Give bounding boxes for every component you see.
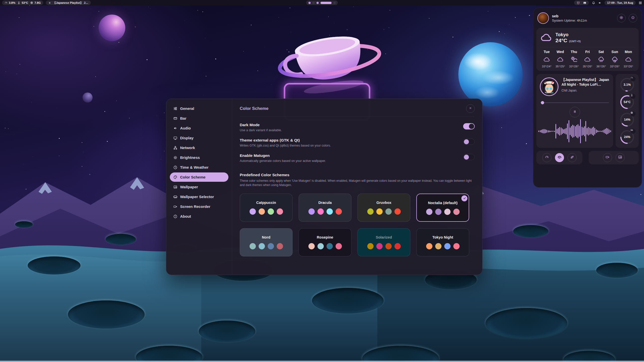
sidebar-item-general[interactable]: General xyxy=(170,104,228,113)
star xyxy=(453,37,453,37)
progress-knob[interactable] xyxy=(541,101,544,104)
star xyxy=(206,76,206,76)
clock-pill[interactable]: 17:09 - Tue, 19 Aug xyxy=(605,1,636,5)
star xyxy=(20,64,20,65)
color-swatch xyxy=(367,243,374,249)
color-swatch xyxy=(376,243,383,249)
scheme-card-rosepine[interactable]: Rosepine xyxy=(299,228,351,256)
close-icon xyxy=(469,106,472,111)
powersave-profile-button[interactable] xyxy=(568,153,577,162)
sidebar-item-wallpaper[interactable]: Wallpaper xyxy=(170,182,228,192)
sidebar-item-wallpaper-selector[interactable]: Wallpaper Selector xyxy=(170,192,228,201)
scheme-card-gruvbox[interactable]: Gruvbox xyxy=(357,194,410,222)
audio-visualizer xyxy=(538,117,611,145)
workspace-dot-5[interactable] xyxy=(333,2,336,4)
video-camera-icon xyxy=(606,155,610,160)
pause-icon xyxy=(573,110,577,115)
color-swatch xyxy=(308,243,315,249)
settings-button[interactable] xyxy=(617,14,626,22)
recorder-icon xyxy=(173,205,177,209)
forecast-temps: 33°/26° xyxy=(622,65,635,68)
media-pill-label: 【Japanese Playlist】 J… xyxy=(53,1,88,5)
close-button[interactable] xyxy=(466,104,475,113)
media-progress-slider[interactable] xyxy=(540,101,609,104)
visualizer-bar xyxy=(546,130,547,133)
performance-profile-button[interactable] xyxy=(542,153,551,162)
media-subtitle: Chill Japan. xyxy=(561,89,610,92)
sidebar-item-label: Wallpaper Selector xyxy=(180,195,214,199)
color-swatch xyxy=(277,243,283,249)
star xyxy=(129,118,130,118)
app-grid-icon[interactable] xyxy=(639,1,642,5)
crater xyxy=(486,308,567,339)
system-stats-pill[interactable]: 3.8% 53°C 7.8G xyxy=(2,1,43,5)
color-swatch xyxy=(453,243,460,249)
visualizer-bar xyxy=(574,125,574,137)
star xyxy=(116,101,117,101)
sidebar-item-screen-recorder[interactable]: Screen Recorder xyxy=(170,202,228,211)
memory-usage: 7.8G xyxy=(34,1,41,4)
screen-record-button[interactable] xyxy=(603,153,612,162)
forecast-day-mon: Mon33°/26° xyxy=(622,50,635,68)
sidebar-item-label: Screen Recorder xyxy=(180,204,210,209)
network-icon xyxy=(173,146,177,150)
toggle-theme-external-apps-gtk-qt[interactable] xyxy=(463,139,475,145)
sidebar-item-brightness[interactable]: Brightness xyxy=(170,153,228,162)
small-moon xyxy=(83,93,93,103)
notifications-bell-icon[interactable] xyxy=(592,1,595,5)
scheme-card-tokyo-night[interactable]: Tokyo Night xyxy=(416,228,469,256)
cloud-icon xyxy=(540,31,552,44)
balanced-profile-button[interactable] xyxy=(555,153,564,162)
cloud-icon xyxy=(554,56,567,63)
color-swatch xyxy=(435,243,441,249)
album-art[interactable]: TOKYO L xyxy=(540,77,558,96)
toggle-enable-matugen[interactable] xyxy=(463,154,475,160)
workspace-dot-3[interactable] xyxy=(316,2,319,4)
volume-icon[interactable] xyxy=(598,1,601,5)
media-player-card: TOKYO L 【Japanese Playlist】 Japan All Ni… xyxy=(536,74,613,148)
visualizer-bar xyxy=(584,126,585,136)
sidebar-item-label: Bar xyxy=(180,116,186,120)
setting-row-theme-external-apps-gtk-qt: Theme external apps (GTK & Qt)Writes GTK… xyxy=(240,138,475,147)
media-pill[interactable]: 【Japanese Playlist】 J… xyxy=(46,1,91,5)
scheme-card-catppuccin[interactable]: Catppuccin xyxy=(240,194,293,222)
color-swatch xyxy=(444,243,451,249)
sidebar-item-about[interactable]: About xyxy=(170,212,228,221)
star xyxy=(6,71,6,72)
wallpaper-tray-icon[interactable] xyxy=(583,1,586,5)
visualizer-bar xyxy=(557,129,557,133)
sidebar-item-color-scheme[interactable]: Color Scheme xyxy=(170,172,228,182)
scheme-card-nord[interactable]: Nord xyxy=(240,228,293,256)
scheme-name: Catppuccin xyxy=(240,201,292,205)
visualizer-bar xyxy=(598,131,599,132)
star xyxy=(243,51,244,52)
toggle-dark-mode[interactable] xyxy=(463,123,475,129)
scheme-card-solarized[interactable]: Solarized xyxy=(357,228,410,256)
sidebar-item-network[interactable]: Network xyxy=(170,143,228,152)
wallpaper-button[interactable] xyxy=(616,153,625,162)
sidebar-item-display[interactable]: Display xyxy=(170,133,228,143)
pause-button[interactable] xyxy=(570,107,580,117)
sidebar-item-time-weather[interactable]: Time & Weather xyxy=(170,163,228,172)
workspace-dot-1[interactable] xyxy=(308,2,311,4)
color-swatch xyxy=(394,243,401,249)
star xyxy=(184,20,185,21)
visualizer-bar xyxy=(558,128,559,134)
tray-app-icon[interactable] xyxy=(577,1,580,5)
visualizer-bar xyxy=(601,131,602,132)
avatar[interactable] xyxy=(537,12,549,24)
star xyxy=(446,69,446,69)
sidebar-item-audio[interactable]: Audio xyxy=(170,123,228,133)
scheme-name: Solarized xyxy=(358,235,410,239)
scheme-card-dracula[interactable]: Dracula xyxy=(299,194,351,222)
workspace-dot-2[interactable] xyxy=(312,2,315,4)
power-button[interactable] xyxy=(629,14,637,22)
forecast-temps: 33°/26° xyxy=(609,65,621,68)
star xyxy=(118,42,119,43)
scheme-card-noctalia-default[interactable]: Noctalia (default) xyxy=(416,194,469,222)
sidebar-item-bar[interactable]: Bar xyxy=(170,114,228,123)
workspace-indicator[interactable] xyxy=(306,1,338,5)
setting-title: Theme external apps (GTK & Qt) xyxy=(240,138,331,143)
crater xyxy=(312,288,384,313)
workspace-dot-4[interactable] xyxy=(320,2,332,4)
